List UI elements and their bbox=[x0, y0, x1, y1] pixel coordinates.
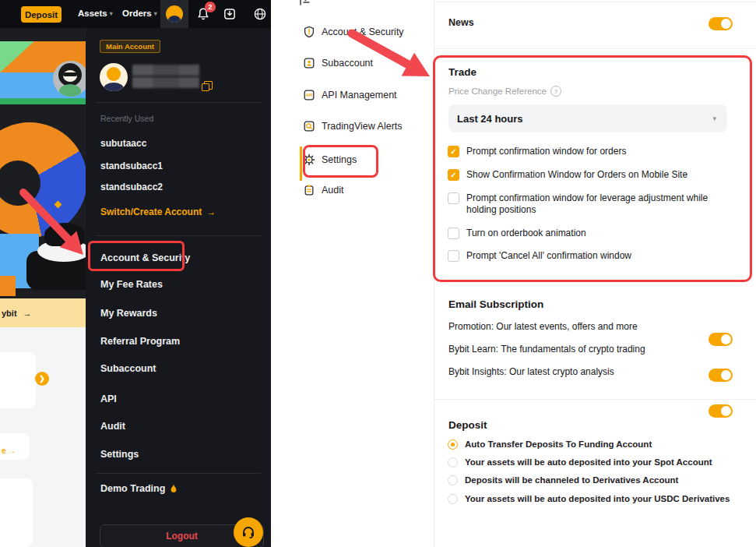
sidebar-item-settings[interactable]: Settings bbox=[100, 449, 139, 460]
nav-item-api-management[interactable]: API API Management bbox=[303, 87, 397, 103]
recently-used-label: Recently Used bbox=[100, 114, 153, 123]
checkbox-label: Prompt confirmation window for leverage … bbox=[466, 192, 731, 216]
radio-icon bbox=[448, 457, 458, 468]
radio-label: Auto Transfer Deposits To Funding Accoun… bbox=[465, 439, 652, 449]
collapse-sidebar-icon[interactable] bbox=[299, 0, 311, 6]
divider bbox=[96, 102, 261, 103]
sidebar-item-demo-trading[interactable]: Demo Trading bbox=[100, 483, 178, 494]
divider bbox=[434, 2, 756, 2]
active-nav-indicator bbox=[300, 146, 302, 181]
sidebar-item-referral[interactable]: Referral Program bbox=[100, 336, 180, 347]
assets-label: Assets bbox=[78, 9, 107, 18]
sidebar-item-rewards[interactable]: My Rewards bbox=[100, 308, 157, 319]
copy-icon[interactable] bbox=[204, 81, 213, 90]
checkbox-orderbook-animation[interactable]: ✓ Turn on orderbook animation bbox=[448, 228, 586, 239]
hero-avatar-illustration bbox=[53, 61, 86, 97]
top-navbar: Deposit Assets ▾ Orders ▾ 2 bbox=[0, 0, 271, 28]
page-card-link[interactable]: e → bbox=[2, 446, 16, 455]
nav-label: Subaccount bbox=[322, 58, 373, 69]
avatar bbox=[166, 5, 183, 23]
recent-account-item[interactable]: subutaacc bbox=[100, 138, 146, 149]
checkbox-leverage-confirmation[interactable]: ✓ Prompt confirmation window for leverag… bbox=[448, 192, 731, 216]
orders-menu[interactable]: Orders ▾ bbox=[122, 9, 157, 18]
sidebar-item-audit[interactable]: Audit bbox=[100, 421, 125, 432]
nav-item-account-security[interactable]: Account & Security bbox=[303, 24, 404, 40]
page-card bbox=[0, 478, 33, 547]
radio-icon bbox=[448, 475, 458, 485]
sidebar-item-subaccount[interactable]: Subaccount bbox=[100, 363, 156, 374]
bybit-settings-screen: ybit → ❯ e → Deposit Assets ▾ Orders ▾ bbox=[0, 0, 756, 547]
nav-item-settings[interactable]: Settings bbox=[303, 152, 357, 168]
gear-icon bbox=[303, 154, 315, 166]
nav-label: Audit bbox=[322, 185, 344, 196]
support-button[interactable] bbox=[234, 517, 263, 547]
deposit-section-title: Deposit bbox=[448, 419, 487, 431]
sidebar-item-api[interactable]: API bbox=[100, 393, 117, 404]
settings-side-nav: Account & Security Subaccount API API Ma… bbox=[271, 0, 434, 547]
radio-label: Your assets will be auto deposited into … bbox=[465, 457, 712, 467]
checkbox-icon: ✓ bbox=[448, 192, 459, 204]
checkbox-icon: ✓ bbox=[448, 146, 459, 157]
radio-funding-account[interactable]: Auto Transfer Deposits To Funding Accoun… bbox=[448, 439, 652, 450]
radio-usdc-derivatives[interactable]: Your assets will be auto deposited into … bbox=[448, 494, 730, 504]
help-icon[interactable]: ? bbox=[550, 86, 561, 97]
bybit-insights-toggle[interactable] bbox=[709, 404, 733, 418]
email-row-label: Bybit Insights: Our latest crypto analys… bbox=[448, 366, 614, 378]
bybit-learn-toggle[interactable] bbox=[709, 369, 733, 382]
checkbox-label: Turn on orderbook animation bbox=[466, 228, 586, 239]
checkbox-icon: ✓ bbox=[448, 250, 459, 262]
news-toggle[interactable] bbox=[709, 17, 733, 30]
radio-label: Your assets will be auto deposited into … bbox=[465, 494, 730, 503]
demo-trading-label: Demo Trading bbox=[100, 483, 165, 494]
download-app-button[interactable] bbox=[223, 7, 237, 21]
reference-text: Price Change Reference bbox=[448, 86, 547, 96]
carousel-next-button[interactable]: ❯ bbox=[35, 372, 49, 386]
nav-item-audit[interactable]: Audit bbox=[303, 182, 344, 198]
checkbox-mobile-confirmation[interactable]: ✓ Show Confirmation Window for Orders on… bbox=[448, 169, 687, 181]
recent-account-item[interactable]: standsubacc1 bbox=[100, 161, 163, 171]
switch-create-account-link[interactable]: Switch/Create Account → bbox=[100, 206, 216, 217]
nav-label: Account & Security bbox=[322, 26, 404, 37]
sidebar-item-fee-rates[interactable]: My Fee Rates bbox=[100, 279, 163, 290]
radio-derivatives-account[interactable]: Deposits will be channeled to Derivative… bbox=[448, 475, 678, 485]
radio-spot-account[interactable]: Your assets will be auto deposited into … bbox=[448, 457, 712, 468]
nav-label: Settings bbox=[322, 154, 357, 165]
orders-label: Orders bbox=[122, 9, 152, 18]
masked-username bbox=[132, 65, 199, 88]
chevron-down-icon: ▾ bbox=[110, 10, 113, 17]
language-button[interactable] bbox=[253, 7, 267, 21]
nav-label: TradingView Alerts bbox=[322, 121, 403, 132]
main-account-badge: Main Account bbox=[100, 40, 160, 53]
chevron-down-icon: ▾ bbox=[712, 115, 716, 122]
tradingview-alerts-icon bbox=[303, 120, 315, 132]
divider bbox=[96, 235, 261, 236]
divider bbox=[96, 473, 261, 474]
checkbox-cancel-all-confirmation[interactable]: ✓ Prompt 'Cancel All' confirmation windo… bbox=[448, 250, 631, 262]
radio-icon bbox=[448, 439, 458, 450]
sidebar-item-account-security[interactable]: Account & Security bbox=[100, 252, 190, 263]
deposit-button[interactable]: Deposit bbox=[21, 6, 62, 23]
news-label: News bbox=[448, 17, 474, 28]
globe-icon bbox=[253, 7, 267, 21]
promotion-toggle[interactable] bbox=[709, 333, 733, 346]
download-icon bbox=[223, 7, 237, 21]
headset-icon bbox=[241, 524, 256, 540]
avatar bbox=[100, 63, 128, 91]
flame-icon bbox=[170, 484, 178, 493]
shield-icon bbox=[303, 26, 315, 38]
notification-badge: 2 bbox=[205, 2, 216, 12]
checkbox-prompt-orders[interactable]: ✓ Prompt confirmation window for orders bbox=[448, 146, 626, 157]
profile-menu-button[interactable] bbox=[160, 0, 188, 28]
background-page: ybit → ❯ e → bbox=[0, 28, 86, 547]
hero-button-knob bbox=[44, 223, 85, 246]
email-section-title: Email Subscription bbox=[448, 298, 543, 310]
checkbox-icon: ✓ bbox=[448, 169, 459, 181]
assets-menu[interactable]: Assets ▾ bbox=[78, 9, 113, 18]
arrow-right-icon: → bbox=[206, 206, 216, 217]
nav-item-tradingview-alerts[interactable]: TradingView Alerts bbox=[303, 118, 403, 134]
promo-banner[interactable]: ybit → bbox=[0, 298, 86, 327]
recent-account-item[interactable]: standsubacc2 bbox=[100, 182, 163, 192]
price-change-reference-select[interactable]: Last 24 hours ▾ bbox=[448, 104, 727, 132]
subaccount-icon bbox=[303, 57, 315, 69]
nav-item-subaccount[interactable]: Subaccount bbox=[303, 55, 373, 71]
